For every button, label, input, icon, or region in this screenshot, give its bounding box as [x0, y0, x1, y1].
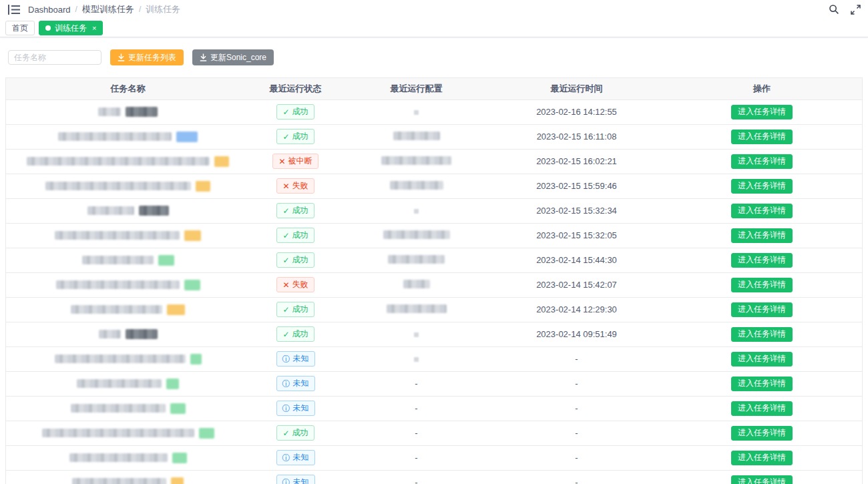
- search-icon[interactable]: [828, 3, 840, 15]
- success-status-icon: ✓: [282, 133, 289, 141]
- table-row: ⓘ未知--进入任务详情: [6, 396, 862, 421]
- table-row: ✓成功2023-02-16 14:12:55进入任务详情: [6, 99, 862, 124]
- status-label: 成功: [292, 427, 308, 439]
- run-config-redacted: [381, 156, 451, 165]
- table-row: ✓成功2023-02-14 15:44:30进入任务详情: [6, 248, 862, 272]
- run-time: 2023-02-15 15:59:46: [536, 181, 617, 191]
- enter-task-detail-button[interactable]: 进入任务详情: [731, 401, 793, 416]
- redacted-text-block: [126, 329, 158, 339]
- active-tab-dot-icon: [45, 25, 51, 31]
- enter-task-detail-button[interactable]: 进入任务详情: [731, 352, 793, 367]
- enter-task-detail-button[interactable]: 进入任务详情: [731, 327, 793, 342]
- enter-task-detail-button[interactable]: 进入任务详情: [731, 204, 793, 218]
- run-config-redacted-dot: [414, 332, 419, 337]
- status-badge: ✓成功: [276, 129, 314, 144]
- status-label: 成功: [292, 106, 308, 117]
- update-task-list-button[interactable]: 更新任务列表: [110, 49, 184, 65]
- task-name-redacted: [6, 304, 250, 315]
- status-label: 成功: [292, 254, 308, 266]
- status-badge: ✕失败: [276, 277, 314, 292]
- enter-task-detail-button[interactable]: 进入任务详情: [731, 154, 793, 169]
- breadcrumb-model-training[interactable]: 模型训练任务: [82, 3, 134, 15]
- run-config-empty: -: [415, 453, 417, 463]
- task-name-redacted: [6, 403, 250, 414]
- run-time: 2023-02-14 09:51:49: [536, 329, 617, 339]
- task-name-redacted: [6, 132, 250, 142]
- status-label: 未知: [293, 477, 309, 484]
- breadcrumb-current: 训练任务: [146, 3, 180, 15]
- redacted-text-block: [99, 330, 121, 338]
- redacted-text-block: [87, 206, 134, 215]
- success-status-icon: ✓: [282, 108, 289, 116]
- table-row: ✓成功2023-02-14 09:51:49进入任务详情: [6, 322, 862, 346]
- table-row: ✓成功2023-02-15 15:32:05进入任务详情: [6, 223, 862, 248]
- info-status-icon: ⓘ: [282, 405, 290, 413]
- info-status-icon: ⓘ: [282, 380, 290, 388]
- tab-training-tasks[interactable]: 训练任务 ×: [39, 21, 103, 35]
- enter-task-detail-button[interactable]: 进入任务详情: [731, 377, 793, 391]
- redacted-text-block: [55, 231, 180, 240]
- collapse-menu-icon[interactable]: [8, 3, 21, 15]
- success-status-icon: ✓: [282, 306, 289, 314]
- yellow-tag-redacted: [184, 230, 201, 241]
- run-time: 2023-02-14 15:44:30: [536, 255, 617, 265]
- column-header-run-status: 最近运行状态: [250, 78, 341, 99]
- fullscreen-icon[interactable]: [849, 3, 861, 15]
- column-header-actions: 操作: [662, 78, 862, 99]
- run-time: -: [575, 403, 578, 413]
- status-badge: ✓成功: [276, 104, 314, 119]
- green-tag-redacted: [199, 428, 214, 439]
- enter-task-detail-button[interactable]: 进入任务详情: [731, 451, 793, 465]
- enter-task-detail-button[interactable]: 进入任务详情: [731, 475, 793, 484]
- tab-home[interactable]: 首页: [5, 21, 35, 35]
- enter-task-detail-button[interactable]: 进入任务详情: [731, 426, 793, 441]
- error-status-icon: ✕: [282, 182, 289, 190]
- error-status-icon: ✕: [278, 158, 285, 166]
- status-badge: ⓘ未知: [276, 475, 315, 484]
- breadcrumb-dashboard[interactable]: Dashboard: [28, 5, 71, 15]
- info-status-icon: ⓘ: [282, 355, 290, 363]
- green-tag-redacted: [166, 379, 179, 389]
- enter-task-detail-button[interactable]: 进入任务详情: [731, 302, 793, 317]
- table-row: ⓘ未知-进入任务详情: [6, 346, 862, 371]
- task-name-redacted: [6, 379, 250, 389]
- enter-task-detail-button[interactable]: 进入任务详情: [731, 130, 793, 144]
- table-row: ⓘ未知--进入任务详情: [6, 445, 862, 470]
- status-badge: ✕被中断: [272, 154, 318, 169]
- app-header: Dashboard / 模型训练任务 / 训练任务: [0, 0, 868, 19]
- run-time: 2023-02-15 16:02:21: [536, 156, 617, 166]
- table-header-row: 任务名称 最近运行状态 最近运行配置 最近运行时间 操作: [6, 78, 862, 99]
- run-time: 2023-02-15 16:11:08: [537, 132, 617, 142]
- enter-task-detail-button[interactable]: 进入任务详情: [731, 278, 793, 292]
- open-tabs-bar: 首页 训练任务 ×: [0, 19, 868, 37]
- redacted-text-block: [55, 354, 186, 363]
- status-badge: ✓成功: [276, 326, 314, 342]
- redacted-text-block: [56, 280, 180, 289]
- task-name-input[interactable]: [8, 50, 101, 65]
- redacted-text-block: [77, 379, 162, 388]
- enter-task-detail-button[interactable]: 进入任务详情: [731, 179, 793, 194]
- run-time: 2023-02-15 15:32:05: [536, 230, 617, 240]
- enter-task-detail-button[interactable]: 进入任务详情: [731, 253, 793, 268]
- table-row: ✓成功2023-02-15 16:11:08进入任务详情: [6, 124, 862, 149]
- run-config-redacted: [393, 132, 440, 140]
- status-label: 成功: [292, 328, 308, 340]
- task-name-redacted: [6, 280, 250, 290]
- tab-close-icon[interactable]: ×: [92, 25, 96, 32]
- run-time: -: [575, 453, 578, 463]
- redacted-text-block: [69, 453, 168, 462]
- enter-task-detail-button[interactable]: 进入任务详情: [731, 228, 793, 243]
- update-sonic-core-button[interactable]: 更新Sonic_core: [192, 49, 274, 65]
- task-name-redacted: [6, 181, 250, 192]
- status-badge: ✓成功: [276, 425, 314, 441]
- run-time: -: [575, 428, 578, 438]
- enter-task-detail-button[interactable]: 进入任务详情: [731, 105, 793, 119]
- task-name-redacted: [6, 354, 250, 365]
- table-row: ✕被中断2023-02-15 16:02:21进入任务详情: [6, 149, 862, 174]
- status-label: 成功: [292, 205, 308, 216]
- task-table: 任务名称 最近运行状态 最近运行配置 最近运行时间 操作 ✓成功2023-02-…: [5, 77, 863, 484]
- status-badge: ⓘ未知: [276, 450, 315, 465]
- redacted-text-block: [72, 478, 166, 484]
- redacted-text-block: [71, 404, 166, 413]
- blue-tag-redacted: [176, 132, 198, 142]
